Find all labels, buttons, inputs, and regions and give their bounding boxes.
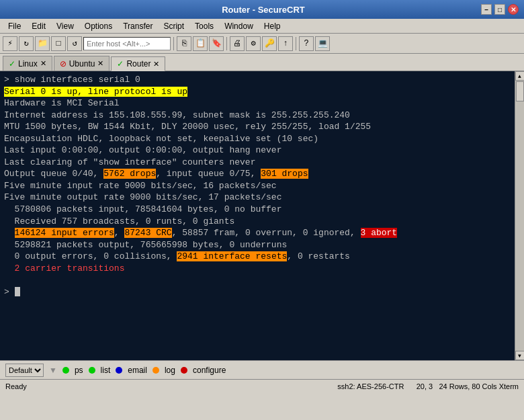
- separator-2: [226, 37, 227, 50]
- menu-view[interactable]: View: [51, 20, 79, 32]
- terminal-wrapper: > show interfaces serial 0 Serial 0 is u…: [0, 71, 524, 360]
- term-line-input-rate: Five minute input rate 9000 bits/sec, 16…: [4, 180, 511, 192]
- router-tab-close[interactable]: ✕: [153, 60, 159, 69]
- linux-tab-icon: ✓: [9, 59, 15, 69]
- separator-1: [173, 37, 174, 50]
- scroll-up[interactable]: ▲: [515, 71, 525, 81]
- menu-options[interactable]: Options: [79, 20, 118, 32]
- scroll-down[interactable]: ▼: [515, 351, 525, 360]
- ps-dot: [62, 367, 69, 374]
- configure-dot: [181, 367, 187, 374]
- router-tab-label: Router: [126, 59, 150, 69]
- term-line-hw: Hardware is MCI Serial: [4, 97, 511, 110]
- menu-script[interactable]: Script: [158, 20, 189, 32]
- term-line-encap: Encapsulation HDLC, loopback not set, ke…: [4, 133, 511, 145]
- toolbar-lightning[interactable]: ⚡: [3, 36, 17, 51]
- menu-file[interactable]: File: [3, 20, 26, 32]
- app-window: Router - SecureCRT – □ ✕ File Edit View …: [0, 0, 524, 420]
- close-button[interactable]: ✕: [508, 4, 519, 15]
- toolbar-help[interactable]: ?: [299, 36, 314, 51]
- toolbar-history[interactable]: ↺: [67, 36, 82, 51]
- session-cipher: ssh2: AES-256-CTR: [337, 382, 404, 390]
- toolbar-copy[interactable]: □: [51, 36, 66, 51]
- window-title: Router - SecureCRT: [46, 5, 481, 15]
- log-dot: [152, 367, 159, 374]
- term-line-mtu: MTU 1500 bytes, BW 1544 Kbit, DLY 20000 …: [4, 121, 511, 133]
- menu-transfer[interactable]: Transfer: [118, 20, 158, 32]
- ready-status: Ready: [5, 382, 27, 390]
- profile-select[interactable]: Default: [5, 364, 44, 377]
- term-line-output-rate: Five minute output rate 9000 bits/sec, 1…: [4, 192, 511, 204]
- term-line-cmd: > show interfaces serial 0: [4, 74, 511, 86]
- host-input[interactable]: [83, 37, 171, 50]
- term-line-errors: 146124 input errors, 87243 CRC, 58857 fr…: [4, 227, 511, 239]
- term-line-queue: Output queue 0/40, 5762 drops, input que…: [4, 168, 511, 180]
- configure-label: configure: [193, 366, 226, 375]
- toolbar-copy2[interactable]: ⎘: [177, 36, 191, 51]
- term-line-clear: Last clearing of "show interface" counte…: [4, 157, 511, 169]
- term-line-blank: [4, 274, 511, 286]
- toolbar-bookmark[interactable]: 🔖: [209, 36, 224, 51]
- separator-3: [296, 37, 296, 50]
- term-line-status: Serial 0 is up, line protocol is up: [4, 86, 511, 98]
- term-line-output-errors: 0 output errors, 0 collisions, 2941 inte…: [4, 251, 511, 263]
- tabs-bar: ✓ Linux ✕ ⊘ Ubuntu ✕ ✓ Router ✕: [0, 54, 524, 71]
- title-bar: Router - SecureCRT – □ ✕: [0, 0, 524, 19]
- term-line-input: Last input 0:00:00, output 0:00:00, outp…: [4, 144, 511, 157]
- toolbar: ⚡ ↻ 📁 □ ↺ ⎘ 📋 🔖 🖨 ⚙ 🔑 ↑ ? 💻: [0, 34, 524, 54]
- minimize-button[interactable]: –: [481, 4, 492, 15]
- scroll-track[interactable]: [515, 81, 524, 351]
- toolbar-folder[interactable]: 📁: [35, 36, 50, 51]
- session-info: ssh2: AES-256-CTR 20, 3 24 Rows, 80 Cols…: [337, 382, 519, 390]
- tab-ubuntu[interactable]: ⊘ Ubuntu ✕: [54, 56, 110, 71]
- ubuntu-tab-icon: ⊘: [60, 59, 67, 69]
- email-label: email: [128, 366, 147, 375]
- menu-edit[interactable]: Edit: [26, 20, 51, 32]
- log-label: log: [165, 366, 175, 375]
- toolbar-key[interactable]: 🔑: [262, 36, 277, 51]
- toolbar-print[interactable]: 🖨: [230, 36, 245, 51]
- scrollbar[interactable]: ▲ ▼: [515, 71, 524, 360]
- toolbar-monitor[interactable]: 💻: [315, 36, 330, 51]
- list-label: list: [101, 366, 111, 375]
- menu-tools[interactable]: Tools: [189, 20, 219, 32]
- menu-help[interactable]: Help: [259, 20, 286, 32]
- tab-router[interactable]: ✓ Router ✕: [111, 56, 165, 71]
- menu-window[interactable]: Window: [219, 20, 259, 32]
- toolbar-upload[interactable]: ↑: [278, 36, 293, 51]
- separator-dot: ▼: [49, 366, 57, 375]
- status-bar: Ready ssh2: AES-256-CTR 20, 3 24 Rows, 8…: [0, 379, 524, 392]
- linux-tab-label: Linux: [18, 59, 38, 69]
- cursor-position: 20, 3: [417, 382, 433, 390]
- window-controls: – □ ✕: [481, 4, 519, 15]
- toolbar-refresh[interactable]: ↻: [19, 36, 34, 51]
- term-line-packets-in: 5780806 packets input, 785841604 bytes, …: [4, 204, 511, 216]
- toolbar-settings[interactable]: ⚙: [246, 36, 261, 51]
- bottom-bar: Default ▼ ps list email log configure: [0, 360, 524, 379]
- tab-linux[interactable]: ✓ Linux ✕: [3, 56, 52, 71]
- term-line-broadcasts: Received 757 broadcasts, 0 runts, 0 gian…: [4, 216, 511, 228]
- ubuntu-tab-label: Ubuntu: [69, 59, 95, 69]
- term-line-packets-out: 5298821 packets output, 765665998 bytes,…: [4, 239, 511, 251]
- router-tab-icon: ✓: [117, 59, 124, 69]
- cursor: [15, 287, 20, 296]
- list-dot: [89, 367, 95, 374]
- ubuntu-tab-close[interactable]: ✕: [97, 59, 103, 68]
- term-line-prompt: >: [4, 286, 511, 298]
- terminal[interactable]: > show interfaces serial 0 Serial 0 is u…: [0, 71, 515, 360]
- term-line-carrier: 2 carrier transitions: [4, 263, 511, 275]
- term-line-ip: Internet address is 155.108.555.99, subn…: [4, 110, 511, 122]
- terminal-size: 24 Rows, 80 Cols Xterm: [439, 382, 519, 390]
- linux-tab-close[interactable]: ✕: [40, 59, 46, 68]
- toolbar-paste[interactable]: 📋: [193, 36, 208, 51]
- scroll-thumb[interactable]: [516, 81, 524, 101]
- email-dot: [116, 367, 122, 374]
- maximize-button[interactable]: □: [494, 4, 505, 15]
- ps-label: ps: [75, 366, 83, 375]
- menu-bar: File Edit View Options Transfer Script T…: [0, 19, 524, 34]
